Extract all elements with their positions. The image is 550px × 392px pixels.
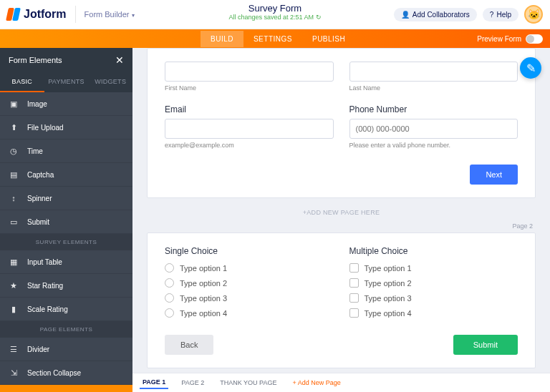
tab-settings[interactable]: SETTINGS bbox=[243, 31, 302, 47]
footer-page-2[interactable]: PAGE 2 bbox=[178, 377, 207, 388]
radio-option[interactable]: Type option 1 bbox=[165, 260, 334, 275]
sidebar-list[interactable]: ▣Image ⬆File Upload ◷Time ▤Captcha ↕Spin… bbox=[0, 92, 132, 392]
close-icon[interactable]: ✕ bbox=[115, 54, 124, 66]
sidebar-section-page: PAGE ELEMENTS bbox=[0, 321, 132, 338]
sidebar-item-image[interactable]: ▣Image bbox=[0, 92, 132, 116]
mode-selector[interactable]: Form Builder▾ bbox=[85, 10, 135, 19]
radio-option[interactable]: Type option 4 bbox=[165, 305, 334, 320]
form-title-area: Survey Form All changes saved at 2:51 AM… bbox=[228, 3, 321, 21]
user-icon: 👤 bbox=[401, 11, 410, 19]
sidebar-item-submit[interactable]: ▭Submit bbox=[0, 210, 132, 234]
contact-row: Email example@example.com Phone Number P… bbox=[165, 104, 518, 149]
checkbox-icon bbox=[349, 308, 359, 318]
radio-icon bbox=[165, 278, 174, 288]
top-right: 👤Add Collaborators ?Help 🐱 bbox=[394, 5, 543, 24]
submit-button[interactable]: Submit bbox=[453, 335, 518, 355]
scale-icon: ▮ bbox=[9, 304, 19, 314]
choice-row: Single Choice Type option 1 Type option … bbox=[165, 246, 518, 320]
sidebar-item-section-collapse[interactable]: ⇲Section Collapse bbox=[0, 361, 132, 385]
sidebar-section-survey: SURVEY ELEMENTS bbox=[0, 234, 132, 250]
check-option[interactable]: Type option 2 bbox=[349, 275, 518, 290]
sidebar-tabs: BASIC PAYMENTS WIDGETS bbox=[0, 72, 132, 92]
next-button[interactable]: Next bbox=[470, 165, 518, 185]
sidebar-tab-widgets[interactable]: WIDGETS bbox=[88, 72, 132, 92]
add-page-1[interactable]: +ADD NEW PAGE HERE bbox=[147, 204, 536, 221]
logo-icon bbox=[7, 8, 20, 21]
tab-publish[interactable]: PUBLISH bbox=[302, 31, 355, 47]
sidebar-item-divider[interactable]: ☰Divider bbox=[0, 338, 132, 361]
email-hint: example@example.com bbox=[165, 142, 334, 149]
pencil-icon: ✎ bbox=[526, 62, 536, 75]
help-button[interactable]: ?Help bbox=[483, 8, 518, 21]
footer-page-1[interactable]: PAGE 1 bbox=[140, 376, 168, 389]
save-status: All changes saved at 2:51 AM ↻ bbox=[228, 14, 321, 21]
last-name-input[interactable] bbox=[349, 62, 518, 82]
sidebar-item-star-rating[interactable]: ★Star Rating bbox=[0, 274, 132, 298]
sidebar-tab-payments[interactable]: PAYMENTS bbox=[44, 72, 89, 92]
button-row: Back Submit bbox=[165, 335, 518, 355]
email-input[interactable] bbox=[165, 119, 334, 139]
form-title[interactable]: Survey Form bbox=[228, 3, 321, 14]
image-icon: ▣ bbox=[9, 99, 19, 109]
toggle-icon[interactable] bbox=[526, 34, 543, 44]
checkbox-icon bbox=[349, 293, 359, 303]
footer-thank-you[interactable]: THANK YOU PAGE bbox=[217, 377, 279, 388]
brand-text: Jotform bbox=[24, 8, 67, 21]
star-icon: ★ bbox=[9, 280, 19, 290]
top-bar: Jotform Form Builder▾ Survey Form All ch… bbox=[0, 0, 550, 29]
chevron-down-icon: ▾ bbox=[132, 12, 135, 19]
check-option[interactable]: Type option 1 bbox=[349, 260, 518, 275]
first-name-input[interactable] bbox=[165, 62, 334, 82]
sidebar-item-captcha[interactable]: ▤Captcha bbox=[0, 163, 132, 187]
checkbox-icon bbox=[349, 278, 359, 288]
divider-icon: ☰ bbox=[9, 344, 19, 354]
sidebar-item-input-table[interactable]: ▦Input Table bbox=[0, 250, 132, 274]
sidebar-item-scale-rating[interactable]: ▮Scale Rating bbox=[0, 298, 132, 321]
last-name-label: Last Name bbox=[349, 84, 518, 92]
logo[interactable]: Jotform bbox=[7, 8, 67, 21]
main: Form Elements ✕ BASIC PAYMENTS WIDGETS ▣… bbox=[0, 48, 550, 392]
divider bbox=[75, 6, 76, 23]
floating-action-button[interactable]: ✎ bbox=[520, 57, 541, 79]
sidebar: Form Elements ✕ BASIC PAYMENTS WIDGETS ▣… bbox=[0, 48, 132, 392]
sidebar-item-time[interactable]: ◷Time bbox=[0, 139, 132, 163]
sidebar-item-file-upload[interactable]: ⬆File Upload bbox=[0, 116, 132, 139]
radio-icon bbox=[165, 308, 174, 318]
radio-option[interactable]: Type option 3 bbox=[165, 290, 334, 305]
check-option[interactable]: Type option 4 bbox=[349, 305, 518, 320]
add-collaborators-button[interactable]: 👤Add Collaborators bbox=[394, 8, 477, 21]
footer-tabs: PAGE 1 PAGE 2 THANK YOU PAGE + Add New P… bbox=[132, 373, 550, 392]
avatar[interactable]: 🐱 bbox=[524, 5, 543, 24]
single-choice-label: Single Choice bbox=[165, 246, 334, 256]
phone-label: Phone Number bbox=[349, 104, 518, 114]
name-row: First Name Last Name bbox=[165, 62, 518, 92]
footer-add-page[interactable]: + Add New Page bbox=[289, 377, 343, 388]
captcha-icon: ▤ bbox=[9, 170, 19, 180]
multiple-choice-label: Multiple Choice bbox=[349, 246, 518, 256]
spinner-icon: ↕ bbox=[9, 193, 19, 203]
submit-icon: ▭ bbox=[9, 217, 19, 227]
email-label: Email bbox=[165, 104, 334, 114]
first-name-label: First Name bbox=[165, 84, 334, 92]
canvas[interactable]: First Name Last Name Email example@examp… bbox=[132, 48, 550, 392]
phone-hint: Please enter a valid phone number. bbox=[349, 142, 518, 149]
sidebar-item-page-break[interactable]: ▯Page Break bbox=[0, 385, 132, 392]
check-option[interactable]: Type option 3 bbox=[349, 290, 518, 305]
clock-icon: ◷ bbox=[9, 146, 19, 156]
help-icon: ? bbox=[490, 11, 494, 19]
tab-build[interactable]: BUILD bbox=[201, 31, 243, 47]
sidebar-item-spinner[interactable]: ↕Spinner bbox=[0, 187, 132, 210]
form-page-2[interactable]: Single Choice Type option 1 Type option … bbox=[147, 232, 536, 368]
back-button[interactable]: Back bbox=[165, 335, 213, 355]
preview-toggle[interactable]: Preview Form bbox=[477, 34, 543, 44]
page-2-label: Page 2 bbox=[150, 222, 533, 230]
form-page-1[interactable]: First Name Last Name Email example@examp… bbox=[147, 48, 536, 198]
sidebar-header: Form Elements ✕ bbox=[0, 48, 132, 72]
phone-input[interactable] bbox=[349, 119, 518, 139]
radio-option[interactable]: Type option 2 bbox=[165, 275, 334, 290]
nav-bar: BUILD SETTINGS PUBLISH Preview Form bbox=[0, 29, 550, 48]
radio-icon bbox=[165, 293, 174, 303]
sidebar-tab-basic[interactable]: BASIC bbox=[0, 72, 44, 92]
upload-icon: ⬆ bbox=[9, 122, 19, 132]
checkbox-icon bbox=[349, 263, 359, 273]
